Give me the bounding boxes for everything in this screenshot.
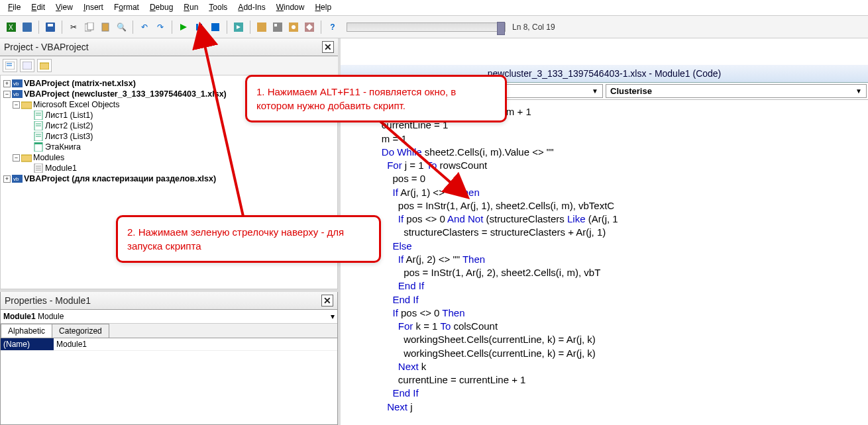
code-line[interactable]: End If — [351, 293, 868, 307]
menu-run[interactable]: Run — [178, 1, 203, 14]
properties-button[interactable] — [270, 20, 285, 34]
view-code-button[interactable] — [3, 59, 17, 72]
run-button[interactable] — [176, 20, 191, 34]
property-row[interactable]: (Name) Module1 — [1, 338, 337, 351]
properties-object-selector[interactable]: Module1 Module ▾ — [1, 310, 337, 324]
code-line[interactable]: currentLine = currentLine + 1 — [351, 373, 868, 387]
svg-marker-8 — [180, 24, 187, 30]
tree-item[interactable]: −Modules — [3, 152, 335, 163]
annotation-callout-2: 2. Нажимаем зеленую стрелочку наверху - … — [116, 215, 381, 263]
svg-rect-40 — [34, 142, 42, 144]
svg-rect-2 — [23, 23, 32, 32]
toggle-folders-button[interactable] — [37, 59, 52, 72]
expand-icon[interactable]: − — [13, 154, 20, 162]
svg-text:vb: vb — [13, 91, 19, 97]
menu-tools[interactable]: Tools — [203, 1, 233, 14]
tree-item[interactable]: +vbVBAProject (для кластеризации раздело… — [3, 173, 335, 184]
menu-view[interactable]: View — [50, 1, 78, 14]
code-line[interactable]: End If — [351, 279, 868, 293]
project-pane-title: Project - VBAProject ✕ — [0, 38, 338, 56]
code-line[interactable]: m = 1 — [351, 132, 868, 146]
toolbar-slider[interactable] — [347, 23, 506, 32]
menu-window[interactable]: Window — [271, 1, 310, 14]
menu-add-ins[interactable]: Add-Ins — [233, 1, 270, 14]
code-line[interactable]: structureClasters = structureClasters + … — [351, 226, 868, 239]
help-button[interactable]: ? — [325, 20, 340, 34]
save-dropdown-button[interactable] — [20, 20, 34, 34]
code-line[interactable]: pos = InStr(1, Ar(j, 1), sheet2.Cells(i,… — [351, 199, 868, 212]
menu-insert[interactable]: Insert — [78, 1, 109, 14]
save-button[interactable] — [43, 20, 58, 34]
properties-grid[interactable]: (Name) Module1 — [1, 338, 337, 424]
svg-rect-41 — [21, 155, 32, 162]
code-line[interactable]: pos = 0 — [351, 172, 868, 185]
code-line[interactable]: For k = 1 To colsCount — [351, 320, 868, 333]
separator — [227, 21, 227, 34]
svg-rect-9 — [196, 24, 198, 30]
svg-rect-14 — [257, 23, 266, 32]
code-line[interactable]: pos = InStr(1, Ar(j, 2), sheet2.Cells(i,… — [351, 266, 868, 279]
tree-item[interactable]: ЭтаКнига — [3, 142, 335, 152]
tab-alphabetic[interactable]: Alphabetic — [1, 324, 52, 338]
expand-icon[interactable]: − — [13, 101, 20, 109]
view-object-button[interactable] — [20, 59, 34, 72]
code-line[interactable]: If pos <> 0 Then — [351, 307, 868, 320]
code-line[interactable]: Do While sheet2.Cells(i, m).Value <> "" — [351, 146, 868, 159]
cut-button[interactable]: ✂ — [66, 20, 81, 34]
menu-edit[interactable]: Edit — [26, 1, 50, 14]
svg-rect-7 — [102, 23, 109, 31]
object-browser-button[interactable] — [286, 20, 301, 34]
property-value[interactable]: Module1 — [54, 338, 337, 350]
tree-item-label: Лист3 (List3) — [45, 132, 93, 141]
prop-object-name: Module1 — [3, 312, 36, 321]
toolbox-button[interactable] — [302, 20, 317, 34]
paste-button[interactable] — [98, 20, 113, 34]
tree-item-label: Лист2 (List2) — [45, 121, 93, 130]
sheet-icon — [33, 132, 44, 141]
code-line[interactable]: For j = 1 To rowsCount — [351, 159, 868, 172]
code-line[interactable]: If Ar(j, 2) <> "" Then — [351, 253, 868, 266]
expand-icon[interactable]: + — [3, 175, 11, 183]
tree-item[interactable]: Module1 — [3, 163, 335, 173]
code-line[interactable]: If pos <> 0 And Not (structureClasters L… — [351, 212, 868, 226]
menu-help[interactable]: Help — [309, 1, 337, 14]
tree-item-label: Modules — [33, 153, 64, 162]
svg-rect-16 — [274, 24, 277, 26]
menu-debug[interactable]: Debug — [144, 1, 178, 14]
tab-categorized[interactable]: Categorized — [52, 324, 109, 338]
redo-button[interactable]: ↷ — [153, 20, 168, 34]
break-button[interactable] — [192, 20, 207, 34]
expand-icon[interactable]: − — [3, 91, 11, 98]
chevron-down-icon: ▼ — [592, 87, 598, 95]
excel-icon[interactable]: X — [4, 20, 19, 34]
design-mode-button[interactable] — [231, 20, 246, 34]
separator — [38, 21, 39, 34]
reset-button[interactable] — [208, 20, 223, 34]
svg-rect-24 — [40, 63, 49, 70]
undo-button[interactable]: ↶ — [137, 20, 152, 34]
tree-item-label: VBAProject (newcluster_3_133_1397546403_… — [24, 89, 227, 99]
find-button[interactable]: 🔍 — [114, 20, 129, 34]
code-line[interactable]: End If — [351, 387, 868, 400]
code-line[interactable]: Else — [351, 240, 868, 253]
cursor-position: Ln 8, Col 19 — [512, 23, 555, 32]
close-icon[interactable]: ✕ — [321, 295, 333, 307]
tree-item-label: ЭтаКнига — [45, 142, 81, 152]
copy-button[interactable] — [82, 20, 97, 34]
expand-icon[interactable]: + — [3, 80, 11, 87]
close-icon[interactable]: ✕ — [322, 41, 334, 53]
chevron-down-icon: ▼ — [855, 87, 862, 95]
code-editor[interactable]: etNum = workingSheetNum + 1 currentLine … — [341, 100, 868, 425]
code-line[interactable]: Next k — [351, 360, 868, 373]
tree-item[interactable]: Лист3 (List3) — [3, 131, 335, 142]
code-line[interactable]: workingSheet.Cells(currentLine, k) = Ar(… — [351, 333, 868, 346]
procedure-dropdown[interactable]: Clusterise ▼ — [606, 84, 867, 98]
menu-file[interactable]: File — [3, 1, 26, 14]
project-explorer-button[interactable] — [254, 20, 269, 34]
code-line[interactable]: Next j — [351, 401, 868, 414]
menu-format[interactable]: Format — [109, 1, 144, 14]
svg-point-18 — [292, 25, 296, 29]
code-line[interactable]: If Ar(j, 1) <> "" Then — [351, 186, 868, 199]
svg-rect-4 — [48, 24, 53, 26]
code-line[interactable]: workingSheet.Cells(currentLine, k) = Ar(… — [351, 347, 868, 360]
